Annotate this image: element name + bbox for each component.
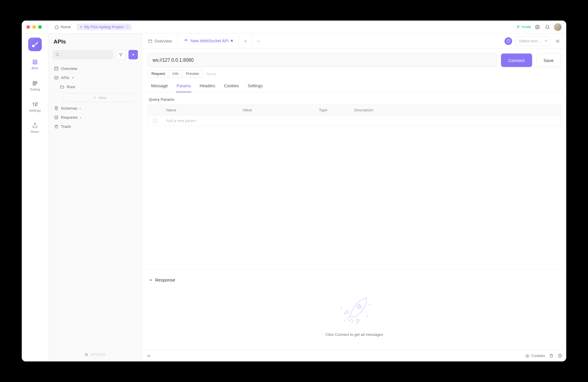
param-name-input[interactable]: Add a new param <box>163 115 239 126</box>
svg-point-9 <box>35 105 36 106</box>
svg-point-2 <box>32 45 35 47</box>
svg-point-0 <box>517 26 519 27</box>
titlebar-tab-home[interactable]: Home <box>52 24 74 30</box>
request-icon <box>54 115 59 120</box>
url-value: ws://127.0.0.1:8080 <box>153 58 194 63</box>
checkbox[interactable] <box>153 119 157 123</box>
brand-label: APIDOG <box>90 353 106 357</box>
unsaved-indicator <box>231 40 233 42</box>
status-bar: Cookies <box>142 350 566 361</box>
filter-icon <box>119 53 123 57</box>
menu-icon <box>555 39 560 43</box>
bell-icon[interactable] <box>544 24 551 31</box>
svg-point-17 <box>257 41 258 41</box>
sidebar-item-requests[interactable]: Requests ▸ <box>51 113 139 122</box>
subtab-params[interactable]: Params <box>176 83 191 92</box>
brand-icon <box>84 353 88 357</box>
tab-overview[interactable]: Overview <box>142 33 178 48</box>
save-button[interactable]: Save <box>536 53 561 67</box>
collapse-button[interactable] <box>146 353 151 358</box>
chevrons-left-icon <box>146 353 151 358</box>
svg-rect-7 <box>33 84 35 85</box>
sidebar-new-button[interactable]: New <box>64 93 136 102</box>
connect-button[interactable]: Connect <box>501 53 532 67</box>
sidebar-footer: APIDOG <box>48 348 142 361</box>
rail-item-settings[interactable]: Settings <box>22 99 48 115</box>
testing-icon <box>32 80 38 86</box>
svg-point-18 <box>258 41 259 41</box>
sidebar-title: APIs <box>48 33 142 50</box>
filter-button[interactable] <box>116 50 126 59</box>
query-params-title: Query Params <box>142 93 566 105</box>
env-refresh-button[interactable] <box>505 37 512 45</box>
view-segmented: Request Info Preview <box>148 70 203 78</box>
col-desc: Description <box>351 105 561 115</box>
url-input[interactable]: ws://127.0.0.1:8080 <box>148 53 497 67</box>
share-icon <box>32 122 38 129</box>
sidebar-item-overview[interactable]: Overview <box>51 64 139 73</box>
request-subtabs: Message Params Headers Cookies Settings <box>143 81 565 93</box>
plus-icon <box>131 53 135 57</box>
rail-item-apis[interactable]: APIs <box>22 56 48 72</box>
tab-websocket[interactable]: New WebSocket API <box>178 33 239 48</box>
svg-rect-5 <box>33 81 37 82</box>
titlebar-tab-project[interactable]: ✕ My First Apidog Project <box>77 24 132 30</box>
sidebar-item-trash[interactable]: Trash <box>51 122 139 131</box>
chevron-down-icon <box>149 278 153 282</box>
svg-point-8 <box>33 103 34 104</box>
titlebar-tab-label: Home <box>61 25 71 29</box>
rail-item-testing[interactable]: Testing <box>22 78 48 93</box>
close-tab-icon[interactable]: ✕ <box>80 25 83 29</box>
svg-point-15 <box>85 353 88 356</box>
schema-icon <box>54 106 59 110</box>
cookies-label: Cookies <box>531 353 545 358</box>
sidebar-item-root[interactable]: Root <box>57 82 139 91</box>
name-input[interactable]: Name <box>206 72 217 76</box>
nav-rail: APIs Testing Settings Share <box>22 33 48 361</box>
tab-menu-button[interactable] <box>252 33 265 48</box>
help-button[interactable] <box>558 353 562 358</box>
svg-point-20 <box>357 304 361 309</box>
subtab-headers[interactable]: Headers <box>199 83 216 92</box>
rail-item-share[interactable]: Share <box>22 120 48 136</box>
environment-select[interactable]: Select envi… <box>515 36 550 46</box>
subtab-cookies[interactable]: Cookies <box>223 83 240 92</box>
app-logo[interactable] <box>28 38 42 51</box>
add-tab-button[interactable] <box>239 33 252 48</box>
minimize-window-button[interactable] <box>32 25 36 29</box>
query-params-table: Name Value Type Description Add a new pa… <box>148 105 561 126</box>
seg-info[interactable]: Info <box>169 70 183 77</box>
svg-point-22 <box>526 354 529 357</box>
sidebar-search[interactable] <box>52 50 113 59</box>
subtab-message[interactable]: Message <box>151 83 168 92</box>
trash-icon <box>54 124 59 129</box>
help-icon <box>558 353 562 358</box>
param-row-new[interactable]: Add a new param <box>148 115 561 126</box>
response-header[interactable]: Response <box>149 275 560 288</box>
subtab-settings[interactable]: Settings <box>247 83 263 92</box>
response-panel: Response Click Connect to get all messag… <box>142 269 566 350</box>
cookies-button[interactable]: Cookies <box>525 353 545 358</box>
panel-menu-button[interactable] <box>553 39 563 43</box>
sidebar-item-schemas[interactable]: Schemas ▸ <box>51 104 139 113</box>
settings-gear-icon[interactable] <box>534 24 541 31</box>
clear-button[interactable] <box>549 353 554 358</box>
sidebar-item-apis[interactable]: APIs ▼ <box>51 73 139 82</box>
folder-icon <box>60 85 64 89</box>
seg-preview[interactable]: Preview <box>182 70 202 77</box>
response-title: Response <box>155 277 175 282</box>
titlebar: Home ✕ My First Apidog Project Invite <box>22 21 566 33</box>
svg-rect-16 <box>149 39 152 43</box>
seg-request[interactable]: Request <box>148 70 169 77</box>
rail-item-label: Settings <box>29 109 41 112</box>
invite-button[interactable]: Invite <box>517 25 531 29</box>
close-window-button[interactable] <box>26 25 30 29</box>
svg-point-21 <box>358 306 360 308</box>
maximize-window-button[interactable] <box>38 25 42 29</box>
user-avatar[interactable] <box>554 23 562 31</box>
add-button[interactable] <box>128 50 138 59</box>
svg-point-25 <box>527 356 527 356</box>
refresh-icon[interactable] <box>125 25 129 29</box>
chevron-right-icon: ▸ <box>80 116 81 119</box>
dots-icon <box>256 39 261 43</box>
